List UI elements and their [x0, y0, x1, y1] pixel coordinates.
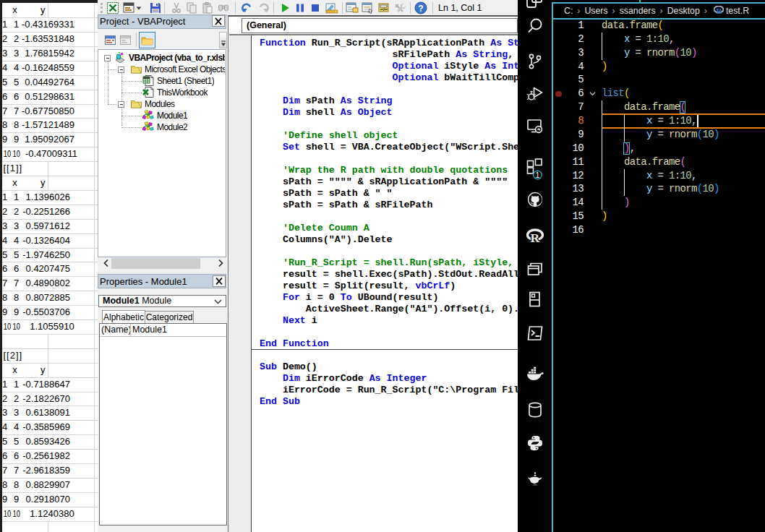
svg-text:1: 1	[536, 171, 540, 179]
svg-text:R: R	[716, 7, 722, 15]
svg-text:R: R	[531, 231, 540, 245]
svg-text:?: ?	[418, 4, 423, 14]
